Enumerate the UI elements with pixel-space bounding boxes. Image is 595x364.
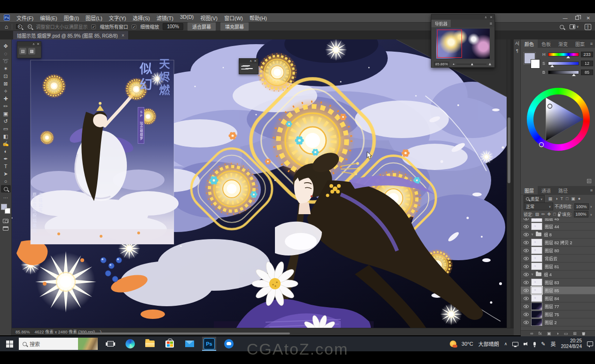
panel-close-icon[interactable]: ✕ [254,59,257,63]
blend-mode-dropdown[interactable]: 正常∨ [524,202,553,210]
type-tool[interactable]: T [1,163,11,170]
layer-row-3[interactable]: 图层 82 拷贝 2 [521,239,595,247]
visibility-eye-icon[interactable] [524,257,529,260]
slider-value-S[interactable]: 12 [581,61,593,66]
slider-thumb[interactable] [550,65,554,67]
slider-track-H[interactable] [548,53,579,56]
edge-browser-button[interactable] [123,337,137,351]
filter-type-layers-icon[interactable]: T [560,196,563,201]
document-tab[interactable]: 插图示范 烟烟罗.psd @ 85.9% (图层 85, RGB/8) × [13,31,129,39]
photoshop-taskbar-button[interactable]: Ps [202,337,216,351]
slider-thumb[interactable] [572,74,576,76]
search-icon[interactable] [560,25,564,29]
visibility-eye-icon[interactable] [524,313,529,316]
healing-brush-tool[interactable]: ✚ [1,95,11,102]
layer-thumbnail[interactable] [531,294,542,302]
visibility-eye-icon[interactable] [524,265,529,268]
visibility-eye-icon[interactable] [524,281,529,284]
layer-thumbnail[interactable] [531,255,542,262]
layers-panel-tab-1[interactable]: 通道 [538,186,555,194]
navigator-panel[interactable]: ∧ ✕ 导航器 ≡ 85.86% ▲ ▲ ▲ [431,14,495,68]
layer-thumbnail[interactable] [531,263,542,270]
clone-stamp-tool[interactable]: ▣ [1,110,11,117]
visibility-eye-icon[interactable] [524,297,529,300]
lasso-tool[interactable]: ➰ [1,57,11,65]
quick-selection-tool[interactable]: ✶ [1,65,11,72]
adjustment-layer-icon[interactable]: ◑ [556,331,558,336]
menu-item-8[interactable]: 视图(V) [200,14,218,22]
layers-panel-menu-icon[interactable]: ≡ [590,188,593,193]
layer-row-10[interactable]: 图层 84 [521,294,595,302]
more-tools[interactable]: … [1,193,11,200]
color-panel-tab-0[interactable]: 颜色 [521,39,538,48]
layer-row-7[interactable]: ∨组 4 [521,271,595,279]
color-panel-tab-2[interactable]: 渐变 [555,39,572,48]
layers-panel-tab-2[interactable]: 路径 [555,186,572,194]
opacity-value[interactable]: 100% [574,203,589,210]
workspace-switcher[interactable]: ∨ [570,24,579,29]
eraser-tool[interactable]: ▭ [1,125,11,132]
taskbar-clock[interactable]: 20:25 2024/8/24 [561,338,582,349]
layer-row-13[interactable]: 图层 2 [521,318,595,326]
navigator-zoom-slider[interactable]: ▲ ▲ ▲ [452,62,492,66]
group-caret-icon[interactable]: ∨ [531,272,533,276]
menu-item-6[interactable]: 滤镜(T) [157,14,173,22]
brush-tool[interactable]: ✏ [1,102,11,110]
layer-row-9[interactable]: 图层 85 [521,287,595,294]
eyedropper-tool[interactable]: ✧ [1,87,11,95]
vertical-scrollbar[interactable] [507,39,510,328]
navigator-tab[interactable]: 导航器 [431,20,451,27]
visibility-eye-icon[interactable] [524,218,529,220]
fill-value[interactable]: 100% [574,211,588,217]
visibility-eye-icon[interactable] [524,233,529,236]
gradient-tool[interactable]: ◧ [1,132,11,140]
layer-thumbnail[interactable] [531,279,542,286]
visibility-eye-icon[interactable] [524,289,529,292]
panel-close-icon[interactable]: ✕ [37,42,39,46]
layer-mask-icon[interactable]: ▣ [547,331,551,336]
navigator-thumbnail[interactable] [436,29,490,59]
slider-value-H[interactable]: 233 [581,52,593,57]
lock-transparent-icon[interactable]: ▨ [535,212,540,217]
history-brush-tool[interactable]: ↺ [1,117,11,125]
link-layers-icon[interactable]: ∞ [530,331,533,336]
slider-thumb[interactable]: ▲ [470,62,474,66]
zoom-out-mountain-icon[interactable]: ▲ [452,62,455,65]
lock-artboard-icon[interactable]: □ [553,212,556,217]
hidden-icons-chevron[interactable]: ∧ [504,341,508,346]
crop-tool[interactable]: ⊡ [1,72,11,80]
document-tab-close-icon[interactable]: × [122,33,125,38]
frame-tool[interactable]: ⊠ [1,80,11,87]
saturation-brightness-triangle[interactable] [527,88,590,151]
navigator-zoom-value[interactable]: 85.86% [434,62,449,67]
dodge-tool[interactable]: ◐ [1,147,11,155]
slider-value-B[interactable]: 85 [581,70,593,75]
zoom-tool[interactable] [1,185,11,193]
delete-layer-icon[interactable] [582,332,586,335]
search-highlight-image[interactable] [78,338,98,350]
layer-row-12[interactable]: 图层 75 [521,310,595,318]
layer-style-icon[interactable]: fx [539,331,542,336]
panel-collapse-icon[interactable]: ∧ [250,59,252,63]
panel-icon-2[interactable]: ▦ [28,48,35,54]
weather-temp[interactable]: 30°C [462,341,473,347]
menu-item-9[interactable]: 窗口(W) [224,14,243,22]
pen-tool[interactable]: ✒ [1,155,11,163]
layer-row-2[interactable]: ∨组 8 [521,231,595,239]
smudge-tool[interactable]: ✍ [1,140,11,147]
background-color-swatch[interactable] [531,59,540,69]
character-panel-icon[interactable]: A| [514,39,521,47]
file-explorer-button[interactable] [143,337,157,351]
color-panel-tab-1[interactable]: 色板 [538,39,555,48]
ime-indicator[interactable]: 英 [551,340,556,348]
group-caret-icon[interactable]: ∨ [531,232,533,236]
restore-button[interactable] [575,16,579,20]
pen-tray-icon[interactable]: ✎ [541,341,545,347]
shape-tool[interactable]: ○ [1,178,11,185]
taskbar-search-input[interactable]: 搜索 [19,338,98,350]
layer-row-1[interactable]: 图层 44 [521,223,595,231]
layer-thumbnail[interactable] [531,318,542,326]
menu-item-10[interactable]: 帮助(H) [250,14,267,22]
menu-item-4[interactable]: 文字(Y) [109,14,126,22]
close-button[interactable]: ✕ [587,15,590,21]
